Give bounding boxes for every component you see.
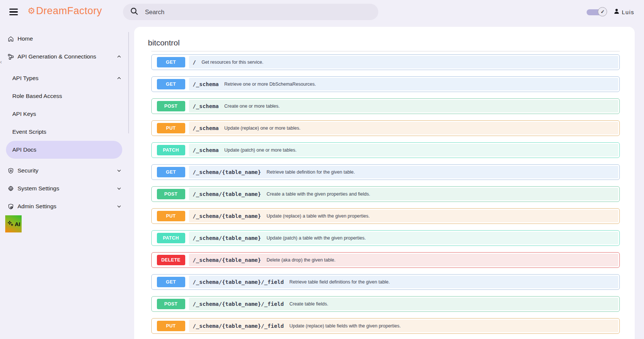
endpoint-path: /_schema/{table_name}/_field (193, 301, 284, 307)
method-badge-cell: PUT (153, 320, 189, 332)
shield-user-icon (7, 203, 14, 210)
endpoint-row-patch-8[interactable]: PATCH/_schema/{table_name}Update (patch)… (151, 230, 620, 246)
endpoint-description: Update (patch) one or more tables. (224, 148, 297, 153)
method-badge: GET (157, 167, 185, 177)
sidebar-item-system-settings[interactable]: System Settings (0, 180, 134, 197)
endpoint-row-get-0[interactable]: GET/Get resources for this service. (151, 54, 620, 70)
sidebar-item-label: System Settings (18, 185, 59, 192)
ai-assistant-button[interactable]: AI (5, 215, 22, 232)
title-divider (151, 51, 620, 51)
sidebar-item-role-based-access[interactable]: Role Based Access (0, 87, 134, 105)
main-content: bitcontrol GET/Get resources for this se… (134, 27, 635, 339)
endpoint-path: /_schema (193, 147, 219, 153)
gear-icon (7, 185, 14, 192)
endpoint-path: /_schema/{table_name} (193, 213, 261, 219)
sidebar-item-api-keys[interactable]: API Keys (0, 105, 134, 123)
endpoint-row-post-2[interactable]: POST/_schemaCreate one or more tables. (151, 98, 620, 114)
method-badge-cell: PATCH (153, 232, 189, 244)
chevron-up-icon[interactable] (117, 76, 121, 81)
endpoint-row-post-11[interactable]: POST/_schema/{table_name}/_fieldCreate t… (151, 296, 620, 312)
method-badge: GET (157, 57, 185, 67)
sidebar-collapse-icon[interactable]: ‹ (0, 59, 2, 64)
search-bar[interactable] (123, 4, 378, 20)
sparkle-icon (7, 220, 14, 228)
endpoint-body: /_schema/{table_name}/_fieldRetrieve tab… (189, 276, 618, 288)
method-badge-cell: DELETE (153, 254, 189, 266)
brand-name: DreamFactory (36, 5, 102, 17)
method-badge: POST (157, 299, 185, 309)
endpoint-body: /_schema/{table_name}/_fieldCreate table… (189, 298, 618, 310)
shield-lock-icon (7, 167, 14, 174)
sidebar-item-api-generation-connections[interactable]: API Generation & Connections (0, 48, 134, 66)
endpoint-row-post-6[interactable]: POST/_schema/{table_name}Create a table … (151, 186, 620, 202)
method-badge: POST (157, 101, 185, 111)
sidebar-item-label: API Keys (12, 111, 36, 117)
logo-gear-icon: ⚙ (28, 7, 35, 15)
endpoint-description: Retrieve table definition for the given … (266, 170, 355, 175)
sidebar-item-event-scripts[interactable]: Event Scripts (0, 123, 134, 141)
method-badge: PUT (157, 123, 185, 133)
endpoint-list: GET/Get resources for this service.GET/_… (151, 54, 620, 339)
endpoint-description: Update (replace) table fields with the g… (289, 323, 401, 329)
theme-toggle[interactable]: ✓ (587, 7, 611, 17)
chevron-down-icon[interactable] (117, 204, 121, 209)
dreamfactory-logo[interactable]: ⚙ DreamFactory (28, 5, 102, 17)
sidebar: HomeAPI Generation & ConnectionsAPI Type… (0, 24, 134, 339)
endpoint-row-get-1[interactable]: GET/_schemaRetrieve one or more DbSchema… (151, 76, 620, 92)
endpoint-path: /_schema (193, 81, 219, 87)
endpoint-description: Create a table with the given properties… (266, 191, 370, 197)
method-badge: POST (157, 189, 185, 199)
endpoint-body: /_schema/{table_name}Retrieve table defi… (189, 166, 618, 178)
page-title: bitcontrol (148, 38, 180, 47)
method-badge-cell: PUT (153, 122, 189, 134)
method-badge-cell: GET (153, 166, 189, 178)
top-bar: ⚙ DreamFactory ✓ Luis (0, 0, 644, 24)
hamburger-menu-icon[interactable] (9, 7, 18, 17)
endpoint-path: /_schema (193, 125, 219, 131)
endpoint-row-put-12[interactable]: PUT/_schema/{table_name}/_fieldUpdate (r… (151, 318, 620, 334)
endpoint-body: /_schema/{table_name}Update (patch) a ta… (189, 232, 618, 244)
method-badge: PATCH (157, 233, 185, 243)
sidebar-item-security[interactable]: Security (0, 162, 134, 180)
endpoint-body: /_schema/{table_name}Delete (aka drop) t… (189, 254, 618, 266)
endpoint-path: /_schema/{table_name} (193, 257, 261, 263)
endpoint-row-patch-4[interactable]: PATCH/_schemaUpdate (patch) one or more … (151, 142, 620, 158)
sidebar-item-label: Admin Settings (18, 203, 56, 210)
endpoint-body: /_schemaCreate one or more tables. (189, 100, 618, 113)
endpoint-path: /_schema/{table_name} (193, 235, 261, 241)
toggle-check-icon: ✓ (598, 7, 607, 16)
search-input[interactable] (145, 9, 354, 16)
endpoint-row-put-7[interactable]: PUT/_schema/{table_name}Update (replace)… (151, 208, 620, 224)
method-badge-cell: PATCH (153, 144, 189, 156)
endpoint-body: /_schema/{table_name}/_fieldUpdate (repl… (189, 320, 618, 332)
chevron-up-icon[interactable] (117, 54, 121, 59)
endpoint-description: Create table fields. (289, 301, 328, 307)
method-badge-cell: POST (153, 100, 189, 113)
endpoint-path: /_schema/{table_name}/_field (193, 323, 284, 329)
endpoint-row-get-5[interactable]: GET/_schema/{table_name}Retrieve table d… (151, 164, 620, 180)
method-badge-cell: GET (153, 78, 189, 91)
endpoint-body: /Get resources for this service. (189, 56, 618, 69)
endpoint-row-delete-9[interactable]: DELETE/_schema/{table_name}Delete (aka d… (151, 252, 620, 268)
api-icon (7, 53, 14, 60)
chevron-down-icon[interactable] (117, 186, 121, 191)
user-menu[interactable]: Luis (613, 8, 634, 16)
endpoint-body: /_schemaUpdate (replace) one or more tab… (189, 122, 618, 134)
endpoint-description: Delete (aka drop) the given table. (266, 257, 335, 263)
sidebar-item-api-types[interactable]: API Types (0, 69, 134, 87)
chevron-down-icon[interactable] (117, 168, 121, 173)
endpoint-row-get-10[interactable]: GET/_schema/{table_name}/_fieldRetrieve … (151, 274, 620, 290)
endpoint-row-put-3[interactable]: PUT/_schemaUpdate (replace) one or more … (151, 120, 620, 136)
method-badge: PUT (157, 211, 185, 221)
sidebar-item-admin-settings[interactable]: Admin Settings (0, 197, 134, 215)
endpoint-description: Get resources for this service. (202, 60, 263, 65)
method-badge: PUT (157, 321, 185, 331)
method-badge-cell: PUT (153, 210, 189, 222)
sidebar-scrollbar[interactable] (128, 32, 129, 133)
sidebar-item-api-docs[interactable]: API Docs (6, 141, 122, 159)
endpoint-path: /_schema (193, 103, 219, 109)
method-badge: DELETE (157, 255, 185, 265)
method-badge: PATCH (157, 145, 185, 155)
sidebar-item-home[interactable]: Home (0, 30, 134, 48)
endpoint-description: Update (patch) a table with the given pr… (266, 235, 366, 241)
